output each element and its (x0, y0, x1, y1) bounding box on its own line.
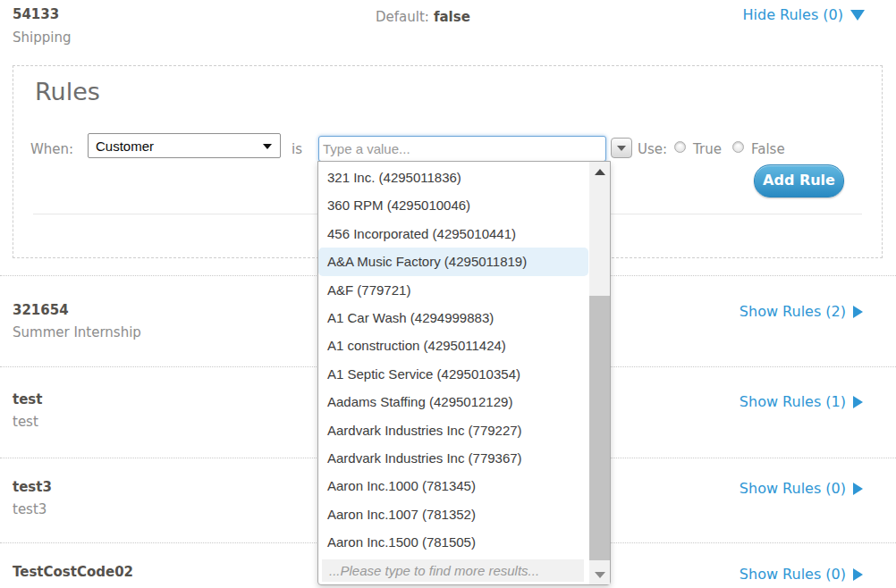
show-rules-link[interactable]: Show Rules (1) (740, 393, 863, 411)
dropdown-option[interactable]: Aadams Staffing (4295012129) (318, 388, 588, 416)
show-rules-link[interactable]: Show Rules (0) (740, 566, 863, 584)
field-select-value: Customer (96, 139, 154, 154)
scroll-up-button[interactable] (589, 164, 610, 180)
show-rules-label: Show Rules (0) (740, 480, 846, 498)
when-label: When: (30, 140, 73, 158)
show-rules-label: Show Rules (2) (740, 303, 846, 321)
cost-code-number: 54133 (13, 5, 59, 23)
cost-code-name: Shipping (13, 29, 71, 46)
dropdown-scrollbar-track[interactable] (589, 162, 610, 584)
radio-false[interactable] (732, 141, 744, 153)
cost-code-name: test (13, 413, 38, 431)
dropdown-option[interactable]: Aaron Inc.1007 (781352) (318, 500, 588, 528)
cost-code-name: test3 (13, 500, 46, 518)
scrollbar-thumb[interactable] (589, 296, 610, 560)
show-rules-link[interactable]: Show Rules (0) (740, 480, 863, 498)
dropdown-toggle-button[interactable] (611, 138, 632, 158)
rules-panel-title: Rules (35, 79, 100, 105)
cost-code-number: test (13, 391, 42, 408)
is-label: is (292, 140, 302, 158)
collapse-triangle-icon (850, 10, 865, 21)
value-input[interactable] (318, 136, 606, 162)
dropdown-option[interactable]: 360 RPM (4295010046) (318, 191, 588, 219)
more-results-hint: ...Please type to find more results... (322, 559, 584, 582)
field-select[interactable]: Customer (88, 133, 281, 158)
scroll-up-arrow-icon (595, 169, 605, 175)
cost-codes-page: 54133 Shipping Default: false Hide Rules… (0, 0, 896, 588)
dropdown-option[interactable]: A1 Car Wash (4294999883) (318, 304, 588, 332)
radio-true[interactable] (674, 141, 686, 153)
default-value: false (434, 9, 470, 25)
hide-rules-link[interactable]: Hide Rules (0) (743, 6, 865, 24)
show-rules-label: Show Rules (1) (740, 393, 846, 411)
dropdown-option-highlighted[interactable]: A&A Music Factory (4295011819) (318, 248, 588, 275)
scroll-down-button[interactable] (589, 567, 610, 583)
dropdown-option[interactable]: Aaron Inc.1000 (781345) (318, 472, 588, 500)
use-label: Use: (638, 140, 667, 158)
dropdown-option[interactable]: A1 construction (4295011424) (318, 332, 588, 359)
expand-triangle-icon (853, 483, 863, 495)
scroll-down-arrow-icon (595, 572, 605, 578)
dropdown-option[interactable]: 456 Incorporated (4295010441) (318, 220, 588, 248)
hide-rules-label: Hide Rules (0) (743, 6, 843, 24)
cost-code-name: Summer Internship (13, 323, 141, 341)
expand-triangle-icon (853, 396, 863, 408)
dropdown-option[interactable]: Aardvark Industries Inc (779227) (318, 416, 588, 444)
select-arrow-icon (263, 144, 272, 149)
cost-code-number: 321654 (13, 301, 69, 319)
dropdown-toggle-arrow-icon (617, 146, 626, 151)
value-dropdown: 321 Inc. (4295011836) 360 RPM (429501004… (317, 161, 611, 585)
show-rules-label: Show Rules (0) (740, 566, 846, 584)
add-rule-button[interactable]: Add Rule (754, 164, 844, 197)
dropdown-option[interactable]: 321 Inc. (4295011836) (318, 164, 588, 191)
cost-code-number: test3 (13, 478, 52, 496)
dropdown-option[interactable]: A1 Septic Service (4295010354) (318, 360, 588, 388)
default-label: Default: (376, 9, 429, 25)
dropdown-option[interactable]: Aaron Inc.1500 (781505) (318, 528, 588, 556)
show-rules-link[interactable]: Show Rules (2) (740, 303, 863, 321)
cost-code-number: TestCostCode02 (13, 563, 133, 581)
radio-false-label[interactable]: False (751, 140, 785, 158)
expand-triangle-icon (853, 568, 863, 581)
expand-triangle-icon (853, 306, 863, 318)
dropdown-option-list: 321 Inc. (4295011836) 360 RPM (429501004… (318, 164, 588, 556)
radio-true-label[interactable]: True (693, 140, 722, 158)
dropdown-option[interactable]: A&F (779721) (318, 276, 588, 304)
dropdown-option[interactable]: Aardvark Industries Inc (779367) (318, 444, 588, 472)
